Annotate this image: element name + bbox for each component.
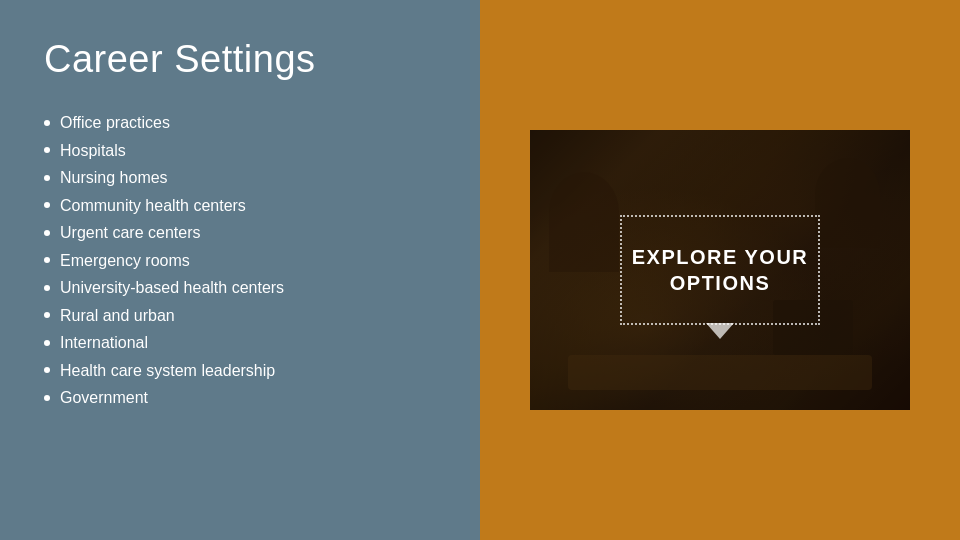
list-item: International xyxy=(44,329,436,357)
list-item: Emergency rooms xyxy=(44,247,436,275)
bullet-dot-icon xyxy=(44,257,50,263)
explore-text: EXPLORE YOUR OPTIONS xyxy=(632,244,809,296)
list-item-text: University-based health centers xyxy=(60,274,284,302)
bullet-dot-icon xyxy=(44,120,50,126)
list-item: Urgent care centers xyxy=(44,219,436,247)
list-item: Community health centers xyxy=(44,192,436,220)
list-item: Office practices xyxy=(44,109,436,137)
list-item-text: Hospitals xyxy=(60,137,126,165)
explore-line1: EXPLORE YOUR xyxy=(632,246,809,268)
list-item-text: International xyxy=(60,329,148,357)
bullet-list: Office practicesHospitalsNursing homesCo… xyxy=(44,109,436,412)
bullet-dot-icon xyxy=(44,312,50,318)
page-title: Career Settings xyxy=(44,38,436,81)
list-item-text: Emergency rooms xyxy=(60,247,190,275)
bullet-dot-icon xyxy=(44,147,50,153)
bullet-dot-icon xyxy=(44,367,50,373)
list-item-text: Health care system leadership xyxy=(60,357,275,385)
explore-box[interactable]: EXPLORE YOUR OPTIONS xyxy=(620,215,820,325)
bullet-dot-icon xyxy=(44,230,50,236)
list-item-text: Office practices xyxy=(60,109,170,137)
list-item: Rural and urban xyxy=(44,302,436,330)
list-item: Health care system leadership xyxy=(44,357,436,385)
list-item: University-based health centers xyxy=(44,274,436,302)
right-panel: EXPLORE YOUR OPTIONS xyxy=(480,0,960,540)
list-item-text: Government xyxy=(60,384,148,412)
photo-background: EXPLORE YOUR OPTIONS xyxy=(530,130,910,410)
list-item: Government xyxy=(44,384,436,412)
bullet-dot-icon xyxy=(44,175,50,181)
list-item-text: Community health centers xyxy=(60,192,246,220)
list-item: Nursing homes xyxy=(44,164,436,192)
list-item-text: Rural and urban xyxy=(60,302,175,330)
slide: Career Settings Office practicesHospital… xyxy=(0,0,960,540)
list-item-text: Nursing homes xyxy=(60,164,168,192)
image-container: EXPLORE YOUR OPTIONS xyxy=(530,130,910,410)
bullet-dot-icon xyxy=(44,340,50,346)
left-panel: Career Settings Office practicesHospital… xyxy=(0,0,480,540)
list-item-text: Urgent care centers xyxy=(60,219,201,247)
bullet-dot-icon xyxy=(44,395,50,401)
bullet-dot-icon xyxy=(44,202,50,208)
explore-line2: OPTIONS xyxy=(670,272,771,294)
list-item: Hospitals xyxy=(44,137,436,165)
bullet-dot-icon xyxy=(44,285,50,291)
